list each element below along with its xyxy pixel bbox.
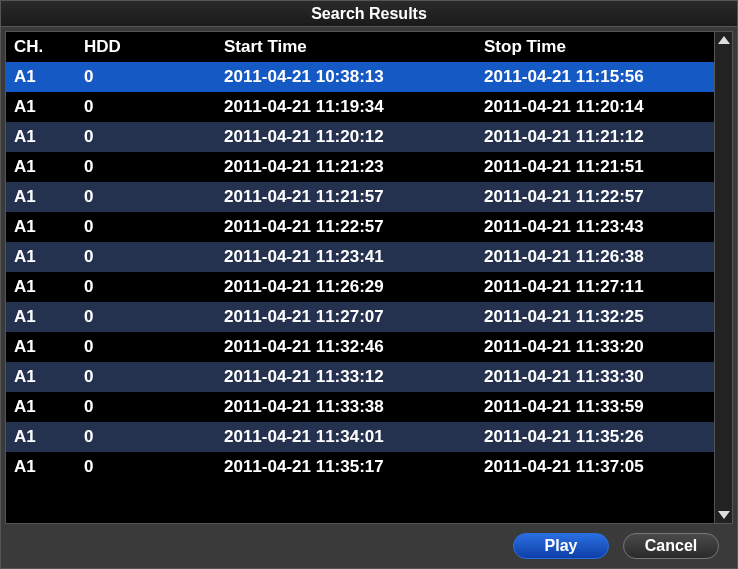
- cell-hdd: 0: [84, 427, 224, 447]
- cell-ch: A1: [14, 277, 84, 297]
- cell-hdd: 0: [84, 127, 224, 147]
- scroll-down-icon[interactable]: [718, 511, 730, 519]
- table-row[interactable]: A102011-04-21 11:26:292011-04-21 11:27:1…: [6, 272, 714, 302]
- titlebar: Search Results: [1, 1, 737, 27]
- cell-hdd: 0: [84, 157, 224, 177]
- cell-ch: A1: [14, 337, 84, 357]
- cell-ch: A1: [14, 157, 84, 177]
- cell-hdd: 0: [84, 457, 224, 477]
- table-row[interactable]: A102011-04-21 11:33:122011-04-21 11:33:3…: [6, 362, 714, 392]
- cell-start-time: 2011-04-21 11:20:12: [224, 127, 484, 147]
- cell-hdd: 0: [84, 277, 224, 297]
- cancel-button[interactable]: Cancel: [623, 533, 719, 559]
- cell-start-time: 2011-04-21 11:27:07: [224, 307, 484, 327]
- table-row[interactable]: A102011-04-21 11:32:462011-04-21 11:33:2…: [6, 332, 714, 362]
- table-row[interactable]: A102011-04-21 11:27:072011-04-21 11:32:2…: [6, 302, 714, 332]
- cell-start-time: 2011-04-21 11:23:41: [224, 247, 484, 267]
- cell-start-time: 2011-04-21 11:21:57: [224, 187, 484, 207]
- scrollbar[interactable]: [714, 32, 732, 523]
- table-row[interactable]: A102011-04-21 11:21:232011-04-21 11:21:5…: [6, 152, 714, 182]
- cell-hdd: 0: [84, 307, 224, 327]
- cell-start-time: 2011-04-21 11:19:34: [224, 97, 484, 117]
- cell-hdd: 0: [84, 367, 224, 387]
- search-results-window: Search Results CH. HDD Start Time Stop T…: [0, 0, 738, 569]
- table-row[interactable]: A102011-04-21 11:22:572011-04-21 11:23:4…: [6, 212, 714, 242]
- cell-hdd: 0: [84, 397, 224, 417]
- cell-stop-time: 2011-04-21 11:37:05: [484, 457, 714, 477]
- col-header-stop: Stop Time: [484, 37, 714, 57]
- cell-ch: A1: [14, 247, 84, 267]
- cell-hdd: 0: [84, 187, 224, 207]
- cell-start-time: 2011-04-21 11:21:23: [224, 157, 484, 177]
- cell-ch: A1: [14, 97, 84, 117]
- cell-stop-time: 2011-04-21 11:21:51: [484, 157, 714, 177]
- cell-hdd: 0: [84, 67, 224, 87]
- cell-stop-time: 2011-04-21 11:26:38: [484, 247, 714, 267]
- cancel-button-label: Cancel: [645, 537, 697, 555]
- cell-ch: A1: [14, 397, 84, 417]
- cell-ch: A1: [14, 67, 84, 87]
- scroll-up-icon[interactable]: [718, 36, 730, 44]
- cell-hdd: 0: [84, 337, 224, 357]
- cell-ch: A1: [14, 187, 84, 207]
- play-button-label: Play: [545, 537, 578, 555]
- cell-stop-time: 2011-04-21 11:33:20: [484, 337, 714, 357]
- cell-start-time: 2011-04-21 11:34:01: [224, 427, 484, 447]
- results-table: CH. HDD Start Time Stop Time A102011-04-…: [6, 32, 714, 523]
- cell-stop-time: 2011-04-21 11:21:12: [484, 127, 714, 147]
- cell-stop-time: 2011-04-21 11:33:59: [484, 397, 714, 417]
- table-body: A102011-04-21 10:38:132011-04-21 11:15:5…: [6, 62, 714, 523]
- cell-hdd: 0: [84, 247, 224, 267]
- footer: Play Cancel: [1, 524, 737, 568]
- col-header-hdd: HDD: [84, 37, 224, 57]
- cell-stop-time: 2011-04-21 11:35:26: [484, 427, 714, 447]
- cell-stop-time: 2011-04-21 11:20:14: [484, 97, 714, 117]
- cell-start-time: 2011-04-21 11:33:38: [224, 397, 484, 417]
- cell-stop-time: 2011-04-21 11:27:11: [484, 277, 714, 297]
- table-row[interactable]: A102011-04-21 11:23:412011-04-21 11:26:3…: [6, 242, 714, 272]
- cell-hdd: 0: [84, 97, 224, 117]
- cell-stop-time: 2011-04-21 11:33:30: [484, 367, 714, 387]
- cell-start-time: 2011-04-21 11:26:29: [224, 277, 484, 297]
- content-area: CH. HDD Start Time Stop Time A102011-04-…: [5, 31, 733, 524]
- col-header-start: Start Time: [224, 37, 484, 57]
- cell-stop-time: 2011-04-21 11:32:25: [484, 307, 714, 327]
- cell-ch: A1: [14, 427, 84, 447]
- cell-stop-time: 2011-04-21 11:22:57: [484, 187, 714, 207]
- col-header-ch: CH.: [14, 37, 84, 57]
- cell-ch: A1: [14, 367, 84, 387]
- table-row[interactable]: A102011-04-21 10:38:132011-04-21 11:15:5…: [6, 62, 714, 92]
- cell-start-time: 2011-04-21 11:22:57: [224, 217, 484, 237]
- table-header-row: CH. HDD Start Time Stop Time: [6, 32, 714, 62]
- table-row[interactable]: A102011-04-21 11:19:342011-04-21 11:20:1…: [6, 92, 714, 122]
- cell-stop-time: 2011-04-21 11:15:56: [484, 67, 714, 87]
- table-row[interactable]: A102011-04-21 11:33:382011-04-21 11:33:5…: [6, 392, 714, 422]
- table-row[interactable]: A102011-04-21 11:20:122011-04-21 11:21:1…: [6, 122, 714, 152]
- cell-start-time: 2011-04-21 10:38:13: [224, 67, 484, 87]
- table-row[interactable]: A102011-04-21 11:21:572011-04-21 11:22:5…: [6, 182, 714, 212]
- cell-ch: A1: [14, 307, 84, 327]
- cell-ch: A1: [14, 217, 84, 237]
- cell-ch: A1: [14, 127, 84, 147]
- play-button[interactable]: Play: [513, 533, 609, 559]
- cell-start-time: 2011-04-21 11:35:17: [224, 457, 484, 477]
- table-row[interactable]: A102011-04-21 11:34:012011-04-21 11:35:2…: [6, 422, 714, 452]
- cell-hdd: 0: [84, 217, 224, 237]
- cell-stop-time: 2011-04-21 11:23:43: [484, 217, 714, 237]
- window-title: Search Results: [311, 5, 427, 23]
- table-row[interactable]: A102011-04-21 11:35:172011-04-21 11:37:0…: [6, 452, 714, 482]
- cell-start-time: 2011-04-21 11:32:46: [224, 337, 484, 357]
- cell-ch: A1: [14, 457, 84, 477]
- cell-start-time: 2011-04-21 11:33:12: [224, 367, 484, 387]
